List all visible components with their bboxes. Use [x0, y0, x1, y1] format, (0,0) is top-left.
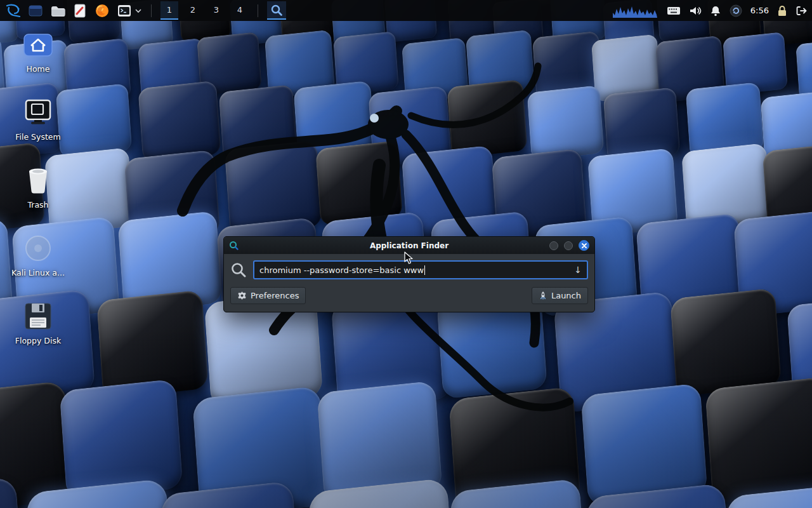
- desktop-icon-home[interactable]: Home: [9, 29, 67, 88]
- trash-icon: [25, 166, 51, 195]
- workspace-1[interactable]: 1: [160, 1, 178, 20]
- maximize-button[interactable]: [564, 241, 573, 250]
- preferences-label: Preferences: [251, 291, 299, 300]
- application-finder-window: Application Finder chromium --password-s…: [223, 236, 595, 312]
- kali-menu-button[interactable]: [5, 2, 22, 20]
- volume-control[interactable]: [689, 5, 702, 17]
- panel-left-group: 1 2 3 4: [5, 1, 286, 20]
- text-editor-icon: [74, 4, 86, 18]
- panel-separator: [258, 4, 258, 17]
- desktop-icon-label: Kali Linux a...: [11, 268, 65, 277]
- search-input[interactable]: chromium --password-store=basic www ↓: [253, 260, 588, 279]
- wallpaper-cube: [705, 377, 812, 505]
- launcher-terminal[interactable]: [116, 2, 133, 20]
- desktop-icon-trash[interactable]: Trash: [9, 165, 67, 224]
- desktop-icon-file-system[interactable]: File System: [9, 97, 67, 156]
- terminal-icon: [117, 4, 131, 17]
- desktop-icon-kali-linux[interactable]: Kali Linux a...: [9, 233, 67, 292]
- window-buttons: [549, 240, 589, 251]
- wallpaper-cube: [796, 38, 812, 100]
- search-icon: [270, 4, 283, 17]
- firefox-icon: [95, 4, 109, 18]
- log-out-button[interactable]: [796, 5, 807, 17]
- button-row: Preferences Launch: [230, 287, 588, 304]
- wallpaper-cube: [138, 80, 222, 162]
- launcher-file-manager[interactable]: [49, 2, 66, 20]
- window-icon: [29, 4, 43, 17]
- kali-disc-icon: [24, 234, 52, 262]
- preferences-button[interactable]: Preferences: [230, 287, 306, 304]
- update-circle-icon: [730, 4, 742, 17]
- wallpaper-cube: [315, 141, 403, 226]
- chevron-down-icon: [135, 8, 141, 13]
- app-finder-icon: [229, 241, 239, 250]
- desktop-icon-list: Home File System Trash: [9, 29, 67, 360]
- wallpaper-cube: [670, 288, 782, 396]
- kali-logo-icon: [5, 3, 22, 18]
- volume-icon: [689, 5, 702, 17]
- log-out-icon: [796, 5, 807, 17]
- terminal-menu-caret[interactable]: [134, 2, 142, 20]
- file-system-icon: [23, 99, 53, 126]
- mouse-cursor: [403, 251, 415, 265]
- launch-icon: [539, 291, 547, 300]
- desktop-icon-label: Floppy Disk: [15, 336, 61, 345]
- bell-icon: [710, 5, 721, 17]
- panel-right-group: 6:56: [613, 4, 807, 18]
- launcher-text-editor[interactable]: [72, 2, 88, 20]
- notifications[interactable]: [710, 5, 721, 17]
- desktop-icon-label: File System: [15, 132, 61, 142]
- launcher-application-finder[interactable]: [267, 1, 286, 20]
- folder-icon: [50, 4, 65, 17]
- gear-icon: [237, 291, 247, 300]
- desktop-icon-floppy-disk[interactable]: Floppy Disk: [9, 301, 67, 360]
- audio-graph-icon: [613, 4, 658, 18]
- panel-separator: [151, 4, 152, 17]
- workspace-4[interactable]: 4: [231, 1, 249, 20]
- launch-button[interactable]: Launch: [532, 287, 588, 304]
- clock[interactable]: 6:56: [750, 6, 769, 15]
- close-icon: [582, 243, 587, 248]
- lock-screen-button[interactable]: [777, 5, 787, 17]
- top-panel: 1 2 3 4: [0, 0, 812, 21]
- keyboard-indicator[interactable]: [667, 6, 681, 16]
- workspace-2[interactable]: 2: [184, 1, 202, 20]
- launcher-firefox[interactable]: [94, 2, 110, 20]
- workspace-3[interactable]: 3: [207, 1, 225, 20]
- floppy-disk-icon: [24, 302, 52, 330]
- updates-indicator[interactable]: [730, 4, 742, 17]
- wallpaper-cube: [447, 79, 527, 158]
- desktop-icon-label: Trash: [27, 200, 48, 210]
- desktop-icon-label: Home: [27, 64, 50, 74]
- close-button[interactable]: [579, 240, 589, 251]
- wallpaper-cube: [59, 378, 183, 500]
- launcher-window-list[interactable]: [27, 2, 44, 20]
- lock-icon: [777, 5, 787, 17]
- launch-label: Launch: [551, 291, 581, 300]
- window-title: Application Finder: [224, 241, 594, 250]
- search-icon: [230, 262, 247, 278]
- search-input-value: chromium --password-store=basic www: [259, 265, 424, 275]
- keyboard-icon: [667, 6, 681, 16]
- audio-graph-monitor[interactable]: [613, 4, 658, 18]
- home-icon: [23, 32, 53, 57]
- text-cursor: [424, 265, 425, 275]
- history-dropdown-arrow[interactable]: ↓: [574, 265, 582, 274]
- minimize-button[interactable]: [549, 241, 558, 250]
